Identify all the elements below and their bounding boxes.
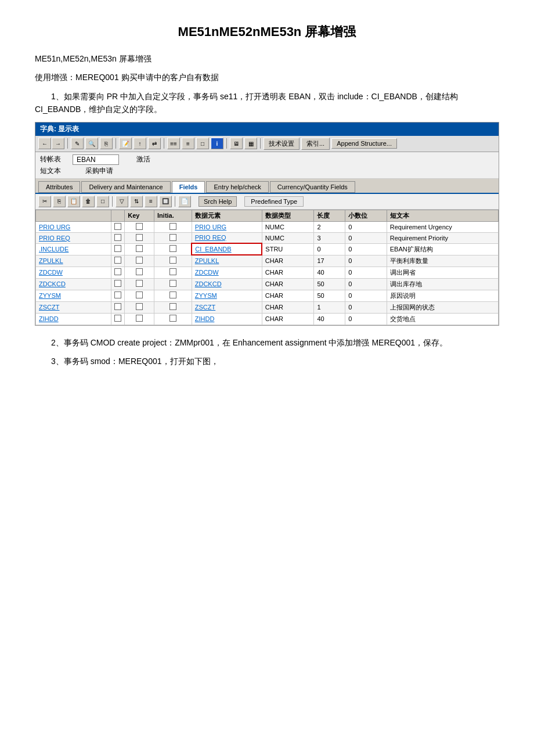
col-decimal[interactable]: 小数位 [345,210,387,221]
row-select-cell[interactable] [111,301,125,313]
field-name-link[interactable]: ZDCDW [39,269,63,276]
field-name-link[interactable]: ZIHDD [39,315,59,322]
key-cell[interactable] [125,267,154,278]
element-cell[interactable]: ZPULKL [192,255,262,267]
filter-icon[interactable]: ▽ [116,196,128,207]
element-link[interactable]: PRIO REQ [195,234,226,241]
docs-icon[interactable]: 📄 [178,196,191,207]
table-row[interactable]: ZDCKCD ZDCKCD CHAR 50 0 调出库存地 [36,278,499,290]
field-name-link[interactable]: ZPULKL [39,257,63,264]
switch-icon[interactable]: ⇄ [148,138,161,149]
element-link[interactable]: ZDCKCD [195,280,222,287]
element-cell[interactable]: ZIHDD [192,313,262,325]
col-text[interactable]: 短文本 [387,210,498,221]
field-name-cell[interactable]: .INCLUDE [36,243,111,255]
init-cell[interactable] [154,313,192,325]
element-link[interactable]: ZYYSM [195,292,217,299]
key-cell[interactable] [125,313,154,325]
key-cell[interactable] [125,278,154,290]
element-link[interactable]: PRIO URG [195,224,226,231]
field-name-cell[interactable]: ZIHDD [36,313,111,325]
table-row[interactable]: PRIO REQ PRIO REQ NUMC 3 0 Requirement P… [36,232,499,243]
element-cell[interactable]: ZYYSM [192,290,262,301]
table-row[interactable]: ZYYSM ZYYSM CHAR 50 0 原因说明 [36,290,499,301]
element-link[interactable]: ZPULKL [195,257,219,264]
key-cell[interactable] [125,290,154,301]
tab-attributes[interactable]: Attributes [38,181,80,193]
table-row[interactable]: ZIHDD ZIHDD CHAR 40 0 交货地点 [36,313,499,325]
init-cell[interactable] [154,243,192,255]
row-select-cell[interactable] [111,313,125,325]
table-input[interactable]: EBAN [73,154,119,165]
element-cell[interactable]: ZSCZT [192,301,262,313]
copy-icon[interactable]: ⎘ [100,138,113,149]
row-select-cell[interactable] [111,232,125,243]
table-row[interactable]: ZPULKL ZPULKL CHAR 17 0 平衡利库数量 [36,255,499,267]
copy2-icon[interactable]: ⎘ [53,196,66,207]
init-cell[interactable] [154,232,192,243]
key-cell[interactable] [125,255,154,267]
key-cell[interactable] [125,221,154,232]
key-cell[interactable] [125,301,154,313]
forward-btn[interactable]: → [52,138,64,149]
table-row[interactable]: ZSCZT ZSCZT CHAR 1 0 上报国网的状态 [36,301,499,313]
tab-currency[interactable]: Currency/Quantity Fields [270,181,355,193]
struct1-icon[interactable]: ≡≡ [167,138,180,149]
move-icon[interactable]: ⇅ [130,196,143,207]
element-cell[interactable]: ZDCKCD [192,278,262,290]
tab-entryhelp[interactable]: Entry help/check [206,181,268,193]
field-name-cell[interactable]: ZYYSM [36,290,111,301]
row-select-cell[interactable] [111,243,125,255]
index-btn[interactable]: 索引... [301,138,330,150]
screen-icon[interactable]: 🖥 [230,138,243,149]
scissors-icon[interactable]: ✂ [38,196,51,207]
field-name-link[interactable]: PRIO REQ [39,235,70,242]
col-element[interactable]: 数据元素 [192,210,262,221]
placeholder1[interactable]: □ [96,196,109,207]
edit-icon[interactable]: ✎ [71,138,84,149]
field-name-cell[interactable]: ZPULKL [36,255,111,267]
element-cell[interactable]: CI_EBANDB [192,243,262,255]
init-cell[interactable] [154,278,192,290]
element-link[interactable]: ZDCDW [195,269,219,276]
init-cell[interactable] [154,290,192,301]
key-cell[interactable] [125,243,154,255]
table-row[interactable]: PRIO URG PRIO URG NUMC 2 0 Requirement U… [36,221,499,232]
field-name-link[interactable]: PRIO URG [39,224,70,231]
align-icon[interactable]: ≡ [145,196,157,207]
grid-icon[interactable]: ▦ [244,138,257,149]
field-icon[interactable]: 📝 [119,138,132,149]
up-icon[interactable]: ↑ [134,138,146,149]
field-name-cell[interactable]: ZSCZT [36,301,111,313]
col-init[interactable]: Initia. [154,210,192,221]
tech-settings-btn[interactable]: 技术设置 [264,138,300,150]
tab-fields[interactable]: Fields [172,181,205,193]
element-link[interactable]: ZIHDD [195,315,215,322]
search-icon[interactable]: 🔍 [85,138,98,149]
field-name-cell[interactable]: ZDCDW [36,267,111,278]
col-length[interactable]: 长度 [314,210,345,221]
tab-delivery[interactable]: Delivery and Maintenance [81,181,170,193]
col-type[interactable]: 数据类型 [262,210,314,221]
back-btn[interactable]: ← [38,138,51,149]
col-key[interactable]: Key [125,210,154,221]
init-cell[interactable] [154,221,192,232]
delete-icon[interactable]: 🗑 [82,196,95,207]
init-cell[interactable] [154,255,192,267]
table-row[interactable]: .INCLUDE CI_EBANDB STRU 0 0 EBAN扩展结构 [36,243,499,255]
field-name-link[interactable]: ZDCKCD [39,280,66,287]
key-cell[interactable] [125,232,154,243]
field-name-cell[interactable]: PRIO REQ [36,232,111,243]
struct2-icon[interactable]: ≡ [182,138,194,149]
init-cell[interactable] [154,301,192,313]
srch-help-btn[interactable]: Srch Help [199,196,237,207]
select-icon[interactable]: 🔲 [159,196,172,207]
element-link[interactable]: CI_EBANDB [195,246,231,253]
field-name-link[interactable]: ZSCZT [39,304,59,311]
table-row[interactable]: ZDCDW ZDCDW CHAR 40 0 调出网省 [36,267,499,278]
row-select-cell[interactable] [111,290,125,301]
field-name-link[interactable]: .INCLUDE [39,246,68,253]
box-icon[interactable]: □ [196,138,209,149]
paste-icon[interactable]: 📋 [67,196,80,207]
field-name-link[interactable]: ZYYSM [39,292,61,299]
